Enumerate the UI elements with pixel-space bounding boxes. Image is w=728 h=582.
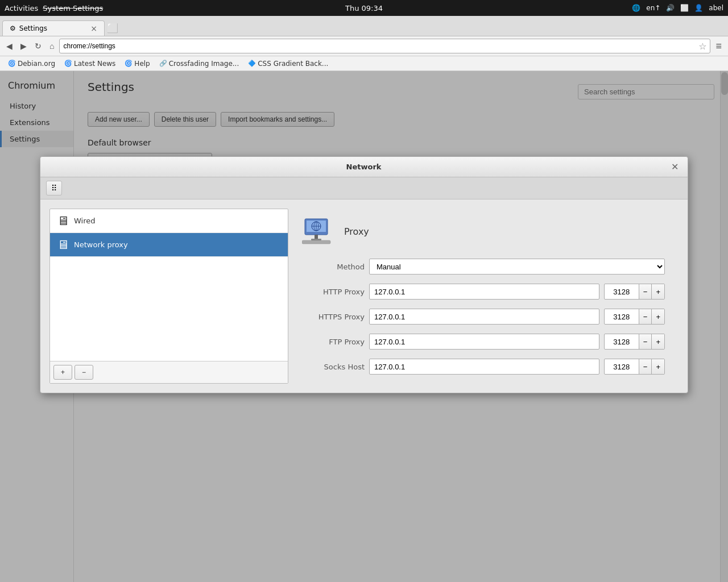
https-proxy-row: HTTPS Proxy − +: [302, 309, 665, 325]
dialog-close-button[interactable]: ✕: [669, 161, 681, 172]
http-proxy-label: HTTP Proxy: [302, 288, 365, 296]
network-dialog-overlay: Network ✕ ⠿ 🖥 Wired: [0, 71, 728, 582]
network-dialog: Network ✕ ⠿ 🖥 Wired: [40, 156, 688, 393]
new-tab-button[interactable]: ⬜: [105, 20, 121, 36]
address-input[interactable]: [63, 42, 696, 50]
bookmark-debian[interactable]: 🌀 Debian.org: [5, 59, 59, 68]
https-port-increment[interactable]: +: [651, 309, 664, 324]
bookmark-crossfading-label: Crossfading Image...: [169, 60, 239, 68]
home-button[interactable]: ⌂: [47, 40, 57, 52]
http-port-increment[interactable]: +: [651, 284, 664, 299]
svg-rect-4: [302, 240, 330, 244]
socks-host-input[interactable]: [369, 359, 599, 375]
volume-icon[interactable]: 🔊: [666, 4, 675, 12]
activities-label[interactable]: Activities: [5, 4, 38, 13]
add-connection-button[interactable]: +: [53, 365, 72, 380]
http-proxy-port-wrapper: − +: [604, 284, 665, 300]
tab-favicon: ⚙: [10, 24, 16, 32]
svg-rect-3: [311, 239, 321, 240]
lang-label[interactable]: en↑: [646, 4, 660, 12]
browser-content: Chromium History Extensions Settings Set…: [0, 71, 728, 582]
ftp-port-decrement[interactable]: −: [639, 334, 652, 349]
network-proxy-item[interactable]: 🖥 Network proxy: [50, 233, 288, 257]
globe-icon: 🌐: [632, 4, 640, 12]
method-row: Method None Manual Automatic: [302, 259, 665, 275]
svg-rect-2: [315, 235, 318, 239]
tab-label: Settings: [19, 24, 47, 32]
proxy-icon: [302, 218, 336, 245]
proxy-settings-panel: Proxy Method None Manual Automatic: [288, 209, 679, 384]
taskbar: Activities System Settings Thu 09:34 🌐 e…: [0, 0, 728, 16]
ftp-proxy-input[interactable]: [369, 334, 599, 350]
method-label: Method: [302, 263, 365, 271]
ftp-proxy-port-wrapper: − +: [604, 334, 665, 350]
http-port-decrement[interactable]: −: [639, 284, 652, 299]
socks-host-row: Socks Host − +: [302, 359, 665, 375]
grid-view-button[interactable]: ⠿: [46, 181, 62, 196]
dialog-titlebar: Network ✕: [40, 157, 688, 177]
browser-tab-bar: ⚙ Settings × ⬜: [0, 16, 728, 36]
taskbar-left: Activities System Settings: [5, 4, 103, 13]
wired-icon: 🖥: [57, 214, 69, 228]
https-proxy-port[interactable]: [605, 310, 639, 323]
proxy-panel-title: Proxy: [344, 226, 369, 237]
ftp-proxy-port[interactable]: [605, 335, 639, 348]
dialog-title: Network: [59, 163, 669, 171]
https-proxy-port-wrapper: − +: [604, 309, 665, 325]
ftp-port-increment[interactable]: +: [651, 334, 664, 349]
bookmark-css-label: CSS Gradient Back...: [258, 60, 328, 68]
connection-actions: + −: [50, 361, 288, 383]
forward-button[interactable]: ▶: [18, 40, 30, 52]
socks-port-decrement[interactable]: −: [639, 359, 652, 374]
http-proxy-row: HTTP Proxy − +: [302, 284, 665, 300]
taskbar-right: 🌐 en↑ 🔊 ⬜ 👤 abel: [632, 4, 723, 12]
back-button[interactable]: ◀: [3, 40, 15, 52]
socks-port-increment[interactable]: +: [651, 359, 664, 374]
ftp-proxy-row: FTP Proxy − +: [302, 334, 665, 350]
http-proxy-port[interactable]: [605, 285, 639, 298]
help-icon: 🌀: [125, 60, 133, 67]
taskbar-time: Thu 09:34: [345, 4, 383, 13]
proxy-item-icon: 🖥: [57, 238, 69, 252]
proxy-item-label: Network proxy: [74, 240, 128, 249]
debian-icon: 🌀: [8, 60, 16, 67]
browser-tab[interactable]: ⚙ Settings ×: [2, 20, 105, 36]
https-proxy-input[interactable]: [369, 309, 599, 325]
bookmark-news[interactable]: 🌀 Latest News: [61, 59, 119, 68]
reload-button[interactable]: ↻: [32, 40, 44, 52]
wired-connection-item[interactable]: 🖥 Wired: [50, 209, 288, 233]
socks-port[interactable]: [605, 360, 639, 373]
https-proxy-label: HTTPS Proxy: [302, 313, 365, 321]
socks-host-label: Socks Host: [302, 363, 365, 371]
ftp-proxy-label: FTP Proxy: [302, 338, 365, 346]
address-bar-wrapper: ☆: [59, 39, 710, 53]
bookmark-css[interactable]: 🔷 CSS Gradient Back...: [245, 59, 332, 68]
browser-menu-button[interactable]: ≡: [713, 39, 725, 53]
proxy-header: Proxy: [302, 218, 665, 245]
https-port-decrement[interactable]: −: [639, 309, 652, 324]
user-icon: 👤: [694, 4, 703, 12]
remove-connection-button[interactable]: −: [75, 365, 93, 380]
socks-port-wrapper: − +: [604, 359, 665, 375]
bookmarks-bar: 🌀 Debian.org 🌀 Latest News 🌀 Help 🔗 Cros…: [0, 56, 728, 71]
dialog-toolbar: ⠿: [40, 177, 688, 199]
wired-label: Wired: [74, 217, 96, 225]
bookmark-debian-label: Debian.org: [18, 60, 55, 68]
sysname-label[interactable]: System Settings: [43, 4, 103, 13]
dialog-body: 🖥 Wired 🖥 Network proxy + −: [40, 199, 688, 393]
http-proxy-input[interactable]: [369, 284, 599, 300]
bookmark-news-label: Latest News: [74, 60, 115, 68]
bookmark-star-icon[interactable]: ☆: [698, 41, 706, 52]
bookmark-help-label: Help: [134, 60, 150, 68]
method-select[interactable]: None Manual Automatic: [369, 259, 665, 275]
news-icon: 🌀: [64, 60, 72, 67]
bookmark-help[interactable]: 🌀 Help: [121, 59, 153, 68]
browser-toolbar: ◀ ▶ ↻ ⌂ ☆ ≡: [0, 36, 728, 56]
tab-close-button[interactable]: ×: [90, 24, 97, 32]
css-icon: 🔷: [248, 60, 256, 67]
browser-window: ⚙ Settings × ⬜ ◀ ▶ ↻ ⌂ ☆ ≡ 🌀 Debian.org …: [0, 16, 728, 582]
bookmark-crossfading[interactable]: 🔗 Crossfading Image...: [156, 59, 243, 68]
connection-list: 🖥 Wired 🖥 Network proxy + −: [49, 209, 288, 384]
window-icon[interactable]: ⬜: [680, 4, 689, 12]
user-label: abel: [709, 4, 723, 12]
